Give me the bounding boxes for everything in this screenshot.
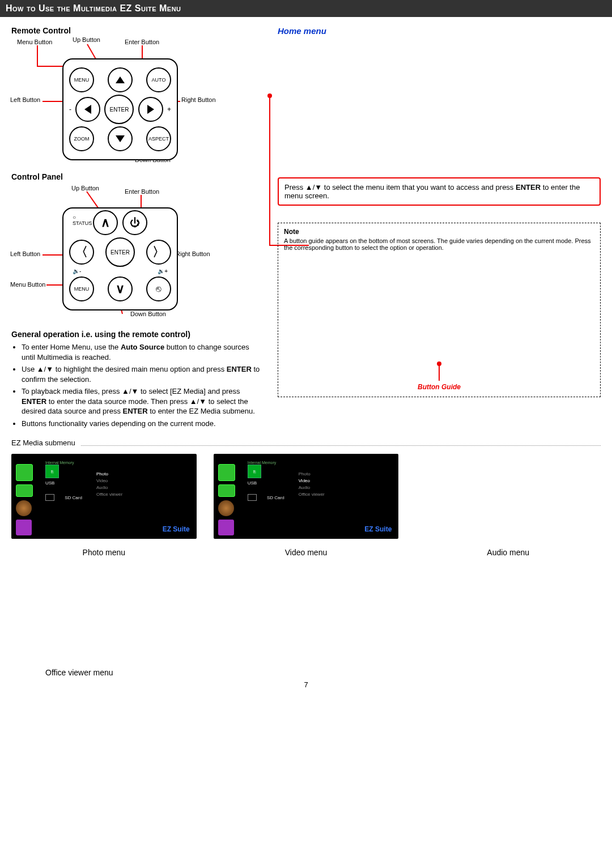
remote-control-heading: Remote Control [11, 26, 261, 35]
vol-up-icon: 🔉+ [158, 268, 168, 274]
note-box: Note A button guide appears on the botto… [278, 223, 601, 397]
panel-label-left: Left Button [10, 250, 40, 257]
gen-op-item-1: To enter Home Menu, use the Auto Source … [22, 342, 261, 362]
remote-down-button [108, 126, 133, 151]
page-number: 7 [11, 680, 601, 689]
panel-up-button: ∧ [93, 210, 118, 235]
label-left-button: Left Button [10, 96, 40, 103]
caption-photo: Photo menu [11, 548, 197, 557]
control-panel-heading: Control Panel [11, 172, 261, 181]
panel-right-button: 〉 [146, 240, 171, 265]
panel-status: STATUS [73, 220, 92, 226]
red-leader-line [269, 96, 270, 246]
panel-menu-button: MENU [69, 276, 94, 301]
sidebar-icon-2 [16, 484, 33, 497]
button-guide-label: Button Guide [418, 383, 461, 391]
gen-op-item-3: To playback media files, press ▲/▼ to se… [22, 386, 261, 416]
remote-aspect-button: ASPECT [146, 126, 171, 151]
remote-menu-button: MENU [69, 67, 94, 92]
ez-media-submenu-label: EZ Media submenu [11, 439, 75, 447]
submenu-label-row: EZ Media submenu [11, 439, 601, 447]
remote-enter-button: ENTER [104, 95, 134, 124]
note-body: A button guide appears on the bottom of … [284, 237, 594, 251]
usb-tile: ⎘ [45, 465, 59, 478]
sidebar-icon-4 [16, 520, 32, 535]
gen-op-item-4: Buttons functionality varies depending o… [22, 419, 261, 429]
panel-label-enter: Enter Button [125, 188, 159, 195]
right-column: Home menu Press ▲/▼ to select the menu i… [278, 23, 601, 432]
remote-up-button [108, 67, 133, 92]
general-operation-heading: General operation i.e. using the remote … [11, 330, 261, 339]
remote-auto-button: AUTO [146, 67, 171, 92]
panel-diagram: ○STATUS ∧ ⏻ 〈 ENTER 〉 🔉-🔉+ MENU ∨ ⎋ [62, 207, 178, 310]
panel-label-right: Right Button [176, 250, 210, 257]
panel-power-button: ⏻ [122, 210, 147, 235]
sidebar-icon-4 [218, 520, 234, 535]
caption-audio: Audio menu [415, 548, 601, 557]
caption-video: Video menu [214, 548, 399, 557]
sidebar-icon-3 [218, 500, 234, 516]
panel-left-button: 〈 [69, 240, 94, 265]
label-enter-button: Enter Button [125, 39, 159, 45]
panel-enter-button: ENTER [105, 237, 135, 267]
remote-left-button [75, 97, 100, 122]
label-right-button: Right Button [181, 96, 216, 103]
general-operation-list: To enter Home Menu, use the Auto Source … [11, 342, 261, 428]
left-column: Remote Control Menu Button Up Button Ent… [11, 23, 261, 432]
sidebar-icon-media [218, 464, 235, 481]
sidebar-icon-3 [16, 500, 32, 516]
caption-office: Office viewer menu [45, 668, 208, 677]
panel-label-menu: Menu Button [10, 281, 45, 288]
thumbnails-row: Internal Memory ⎘ USB SD Card Photo Vide… [11, 454, 601, 557]
vol-down-icon: 🔉- [73, 268, 81, 274]
remote-right-button [138, 97, 163, 122]
thumb-audio: Audio menu [415, 454, 601, 557]
remote-diagram: MENU AUTO - ENTER + ZOOM ASPECT [62, 58, 178, 160]
note-title: Note [284, 228, 594, 236]
tip-box: Press ▲/▼ to select the menu item that y… [278, 177, 601, 206]
sidebar-icon-media [16, 464, 33, 481]
gen-op-item-2: Use ▲/▼ to highlight the desired main me… [22, 364, 261, 384]
thumb-video: Internal Memory ⎘ USB SD Card Photo Vide… [214, 454, 399, 557]
panel-down-button: ∨ [108, 276, 133, 301]
panel-label-down: Down Button [130, 310, 166, 317]
panel-source-button: ⎋ [146, 276, 171, 301]
home-menu-heading: Home menu [278, 26, 601, 36]
thumb-photo: Internal Memory ⎘ USB SD Card Photo Vide… [11, 454, 197, 557]
page-header-bar: How to Use the Multimedia EZ Suite Menu [0, 0, 612, 17]
brand-label: EZ Suite [163, 525, 190, 533]
sidebar-icon-2 [218, 484, 235, 497]
panel-label-up: Up Button [71, 185, 99, 192]
label-menu-button: Menu Button [17, 39, 52, 45]
remote-zoom-button: ZOOM [69, 126, 94, 151]
label-up-button: Up Button [73, 36, 100, 43]
